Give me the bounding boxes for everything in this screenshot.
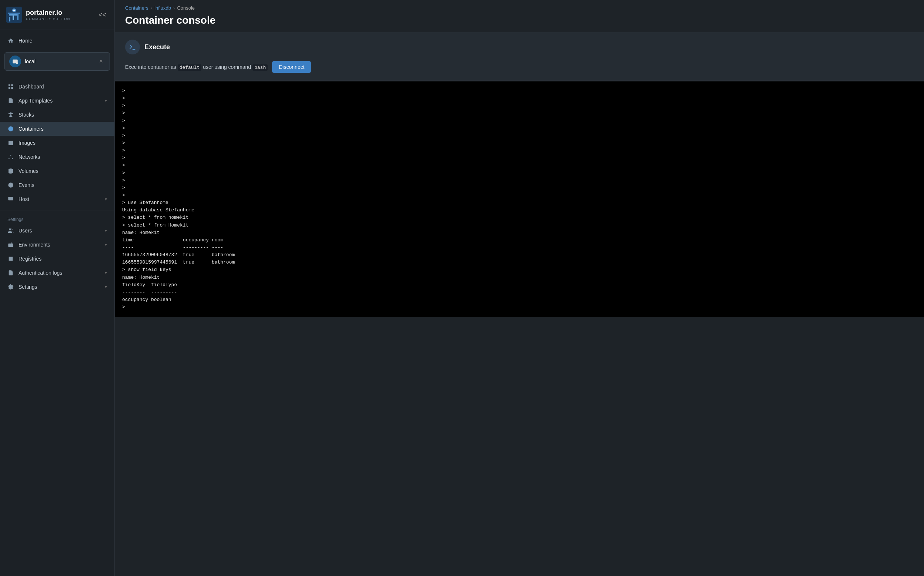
svg-point-16: [10, 155, 11, 156]
users-label: Users: [19, 228, 100, 234]
sidebar-item-users[interactable]: Users ▾: [0, 224, 114, 238]
svg-point-15: [10, 142, 10, 142]
nav-home-section: Home: [0, 30, 114, 48]
auth-icon: [7, 269, 14, 276]
exec-info-row: Exec into container as default user usin…: [125, 61, 914, 73]
environments-label: Environments: [19, 242, 100, 248]
execute-title: Execute: [144, 43, 170, 51]
logo-text-area: portainer.io COMMUNITY EDITION: [26, 9, 70, 21]
svg-marker-11: [8, 112, 13, 115]
sidebar: portainer.io COMMUNITY EDITION << Home l…: [0, 0, 115, 576]
stack-icon: [7, 111, 14, 118]
execute-header: Execute: [125, 40, 914, 54]
breadcrumb: Containers › influxdb › Console: [125, 5, 914, 11]
stacks-label: Stacks: [19, 112, 107, 118]
volume-icon: [7, 168, 14, 174]
containers-label: Containers: [19, 126, 107, 132]
sidebar-header: portainer.io COMMUNITY EDITION <<: [0, 0, 114, 30]
volumes-label: Volumes: [19, 168, 107, 174]
app-edition: COMMUNITY EDITION: [26, 17, 70, 21]
svg-rect-5: [8, 13, 20, 14]
exec-command: bash: [253, 64, 268, 71]
svg-point-27: [9, 229, 11, 230]
terminal[interactable]: > > > > > > > > > > > > > > > > use Stef…: [115, 82, 924, 317]
terminal-icon: [128, 43, 137, 51]
app-templates-label: App Templates: [19, 98, 100, 104]
host-chevron-icon: ▾: [105, 197, 107, 202]
host-label: Host: [19, 196, 100, 202]
exec-user: default: [178, 64, 202, 71]
svg-point-13: [10, 128, 11, 130]
svg-point-7: [13, 10, 15, 11]
registry-icon: [7, 255, 14, 262]
sidebar-item-environments[interactable]: Environments ▾: [0, 238, 114, 252]
settings-section: Settings Users ▾ Environments ▾ Registri…: [0, 211, 114, 297]
auth-logs-label: Authentication logs: [19, 270, 100, 276]
sidebar-item-networks[interactable]: Networks: [0, 150, 114, 164]
sidebar-item-events[interactable]: Events: [0, 178, 114, 192]
svg-point-17: [8, 158, 10, 159]
registries-label: Registries: [19, 256, 107, 262]
environment-selector[interactable]: local ×: [5, 52, 110, 71]
execute-icon-wrap: [125, 40, 140, 54]
environment-icon: [7, 242, 14, 248]
sidebar-item-auth-logs[interactable]: Authentication logs ▾: [0, 266, 114, 280]
settings-label-item: Settings: [19, 284, 100, 290]
sidebar-item-home[interactable]: Home: [0, 34, 114, 48]
environments-chevron-icon: ▾: [105, 242, 107, 247]
sidebar-item-app-templates[interactable]: App Templates ▾: [0, 94, 114, 108]
networks-label: Networks: [19, 154, 107, 160]
sidebar-item-containers[interactable]: Containers: [0, 122, 114, 136]
settings-section-label: Settings: [0, 214, 114, 224]
breadcrumb-sep-1: ›: [151, 5, 152, 11]
users-chevron-icon: ▾: [105, 228, 107, 233]
users-icon: [7, 227, 14, 234]
events-label: Events: [19, 182, 107, 188]
breadcrumb-current: Console: [177, 5, 195, 11]
sidebar-collapse-button[interactable]: <<: [96, 10, 109, 20]
auth-logs-chevron-icon: ▾: [105, 270, 107, 275]
top-bar: Containers › influxdb › Console Containe…: [115, 0, 924, 32]
svg-line-20: [11, 156, 13, 158]
exec-info-text: Exec into container as default user usin…: [125, 64, 268, 70]
svg-point-18: [12, 158, 13, 159]
svg-rect-28: [8, 243, 13, 247]
logo-area: portainer.io COMMUNITY EDITION: [6, 6, 70, 23]
template-icon: [7, 98, 14, 104]
images-label: Images: [19, 140, 107, 146]
home-label: Home: [19, 38, 107, 44]
sidebar-item-images[interactable]: Images: [0, 136, 114, 150]
settings-icon: [7, 283, 14, 290]
svg-rect-1: [9, 17, 10, 21]
app-name: portainer.io: [26, 9, 70, 17]
svg-line-19: [9, 156, 11, 158]
home-icon: [7, 37, 14, 44]
env-icon: [9, 56, 21, 67]
svg-rect-3: [17, 14, 19, 20]
sidebar-item-stacks[interactable]: Stacks: [0, 108, 114, 122]
dashboard-label: Dashboard: [19, 84, 107, 90]
sidebar-item-registries[interactable]: Registries: [0, 252, 114, 266]
settings-chevron-icon: ▾: [105, 284, 107, 290]
network-icon: [7, 154, 14, 160]
sidebar-item-host[interactable]: Host ▾: [0, 192, 114, 206]
grid-icon: [7, 83, 14, 90]
sidebar-item-dashboard[interactable]: Dashboard: [0, 80, 114, 94]
breadcrumb-influxdb[interactable]: influxdb: [154, 5, 171, 11]
sidebar-item-volumes[interactable]: Volumes: [0, 164, 114, 178]
disconnect-button[interactable]: Disconnect: [272, 61, 311, 73]
app-templates-chevron-icon: ▾: [105, 98, 107, 103]
execute-panel: Execute Exec into container as default u…: [115, 32, 924, 81]
content-area: Execute Exec into container as default u…: [115, 32, 924, 576]
host-icon: [7, 196, 14, 203]
nav-main: Dashboard App Templates ▾ Stacks Contain…: [0, 75, 114, 211]
event-icon: [7, 182, 14, 189]
container-icon: [7, 125, 14, 132]
env-name: local: [25, 59, 93, 64]
breadcrumb-sep-2: ›: [173, 5, 175, 11]
breadcrumb-containers[interactable]: Containers: [125, 5, 149, 11]
svg-rect-4: [13, 16, 14, 20]
env-close-button[interactable]: ×: [97, 58, 105, 66]
main-content: Containers › influxdb › Console Containe…: [115, 0, 924, 576]
sidebar-item-settings[interactable]: Settings ▾: [0, 280, 114, 294]
